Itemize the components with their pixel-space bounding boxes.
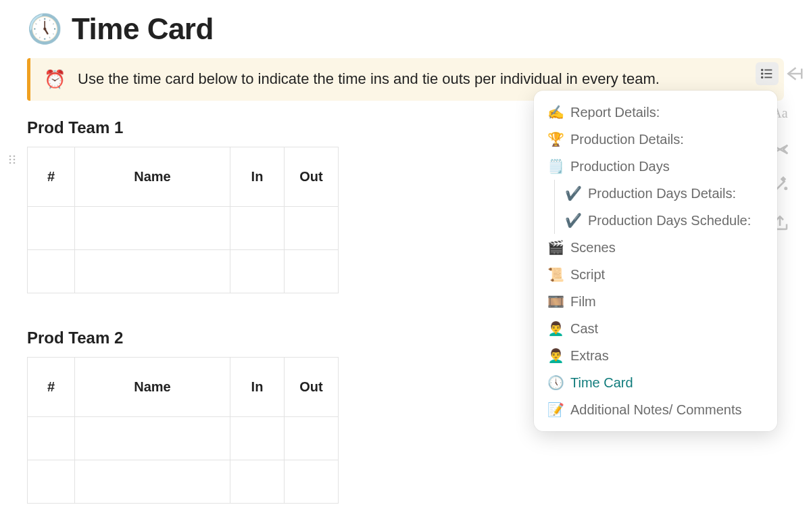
svg-point-4	[9, 162, 11, 164]
outline-item-icon: 📜	[547, 266, 564, 283]
outline-item-label: Scenes	[570, 239, 616, 256]
outline-item-icon: 📝	[547, 402, 564, 418]
page-emoji: 🕔	[27, 15, 62, 43]
col-header-out: Out	[285, 358, 339, 417]
col-header-number: #	[28, 358, 75, 417]
outline-toggle-button[interactable]	[756, 62, 779, 85]
svg-point-1	[14, 155, 16, 158]
page-title: Time Card	[72, 12, 214, 46]
outline-item-icon: 🏆	[547, 131, 564, 147]
drag-handle-icon[interactable]	[7, 154, 19, 166]
col-header-number: #	[28, 147, 75, 207]
alarm-clock-icon: ⏰	[44, 69, 66, 90]
outline-item[interactable]: 🏆Production Details:	[538, 126, 773, 153]
page: 🕔 Time Card ⏰ Use the time card below to…	[0, 0, 811, 532]
outline-item[interactable]: 🗒️Production Days	[538, 153, 773, 180]
svg-point-2	[9, 159, 11, 161]
outline-item-icon: ✔️	[565, 185, 581, 201]
outline-item-label: Production Days Schedule:	[588, 212, 751, 228]
outline-item-icon: 🕔	[547, 374, 564, 391]
outline-item-label: Extras	[570, 347, 609, 364]
outline-item-label: Additional Notes/ Comments	[570, 402, 741, 418]
table-row[interactable]	[28, 460, 339, 504]
table-row[interactable]	[28, 417, 339, 460]
col-header-out: Out	[285, 147, 339, 207]
table-row[interactable]	[28, 207, 339, 250]
col-header-in: In	[230, 147, 285, 207]
table-row[interactable]	[28, 250, 339, 293]
svg-point-0	[9, 155, 11, 158]
outline-item-icon: 👨‍🦱	[547, 347, 564, 364]
outline-item-icon: 👨‍🦱	[547, 320, 564, 337]
outline-item-icon: 🎞️	[547, 293, 564, 310]
outline-item-label: Report Details:	[570, 104, 660, 120]
outline-item-icon: ✔️	[565, 212, 581, 228]
outline-item[interactable]: ✔️Production Days Schedule:	[538, 207, 773, 234]
outline-item-label: Production Details:	[570, 131, 684, 147]
svg-point-13	[762, 73, 763, 74]
table-header-row: # Name In Out	[28, 358, 339, 417]
outline-item-icon: 🗒️	[547, 158, 564, 174]
svg-point-20	[785, 188, 787, 190]
col-header-name: Name	[75, 147, 230, 207]
outline-item-label: Script	[570, 266, 605, 283]
page-title-row: 🕔 Time Card	[27, 12, 784, 46]
svg-point-14	[762, 77, 763, 78]
outline-item[interactable]: 🎞️Film	[538, 288, 773, 315]
outline-item[interactable]: 👨‍🦱Cast	[538, 315, 773, 342]
collapse-arrow-icon[interactable]	[784, 65, 804, 82]
outline-panel: ✍️Report Details:🏆Production Details:🗒️P…	[534, 91, 777, 431]
outline-item[interactable]: ✔️Production Days Details:	[538, 180, 773, 207]
outline-item-label: Production Days	[570, 158, 670, 174]
outline-item[interactable]: 🎬Scenes	[538, 234, 773, 261]
outline-item[interactable]: 🕔Time Card	[538, 369, 773, 396]
callout-text: Use the time card below to indicate the …	[78, 70, 660, 89]
svg-point-5	[14, 162, 16, 164]
outline-item-label: Production Days Details:	[588, 185, 736, 201]
outline-item[interactable]: ✍️Report Details:	[538, 99, 773, 126]
timecard-table-team1: # Name In Out	[27, 147, 339, 293]
outline-item-icon: ✍️	[547, 104, 564, 120]
outline-item[interactable]: 📝Additional Notes/ Comments	[538, 396, 773, 423]
outline-item-label: Film	[570, 293, 596, 310]
timecard-table-team2: # Name In Out	[27, 357, 339, 504]
outline-item-icon: 🎬	[547, 239, 564, 256]
table-header-row: # Name In Out	[28, 147, 339, 207]
outline-item[interactable]: 📜Script	[538, 261, 773, 288]
svg-point-12	[762, 70, 763, 71]
col-header-in: In	[230, 358, 285, 417]
outline-item[interactable]: 👨‍🦱Extras	[538, 342, 773, 369]
outline-item-label: Time Card	[570, 374, 633, 391]
outline-item-label: Cast	[570, 320, 598, 337]
svg-point-3	[14, 159, 16, 161]
col-header-name: Name	[75, 358, 230, 417]
